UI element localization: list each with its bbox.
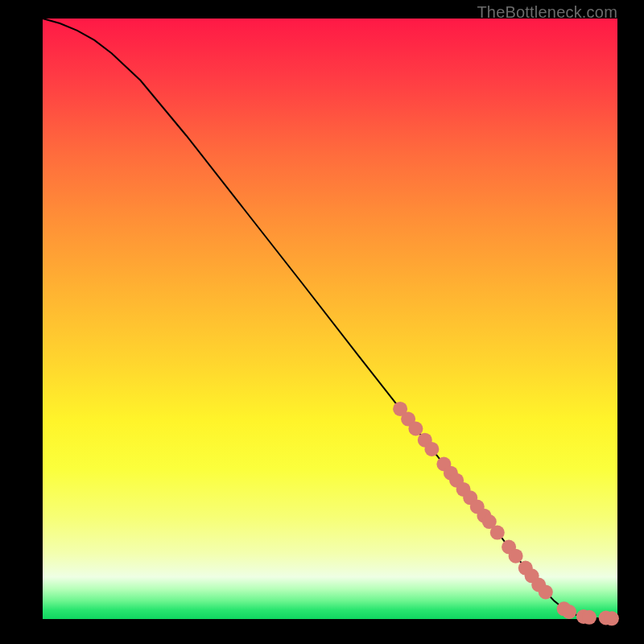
data-marker — [562, 605, 576, 619]
data-marker — [605, 611, 619, 625]
data-marker — [539, 584, 553, 599]
curve-line — [43, 19, 617, 618]
data-marker — [582, 610, 597, 625]
plot-area — [43, 19, 617, 619]
marker-group — [393, 402, 619, 625]
data-marker — [490, 526, 505, 540]
data-marker — [424, 442, 439, 456]
data-marker — [509, 549, 523, 564]
chart-svg — [43, 19, 617, 619]
chart-frame: TheBottleneck.com — [0, 0, 644, 644]
watermark-text: TheBottleneck.com — [477, 3, 617, 22]
data-marker — [408, 422, 423, 436]
